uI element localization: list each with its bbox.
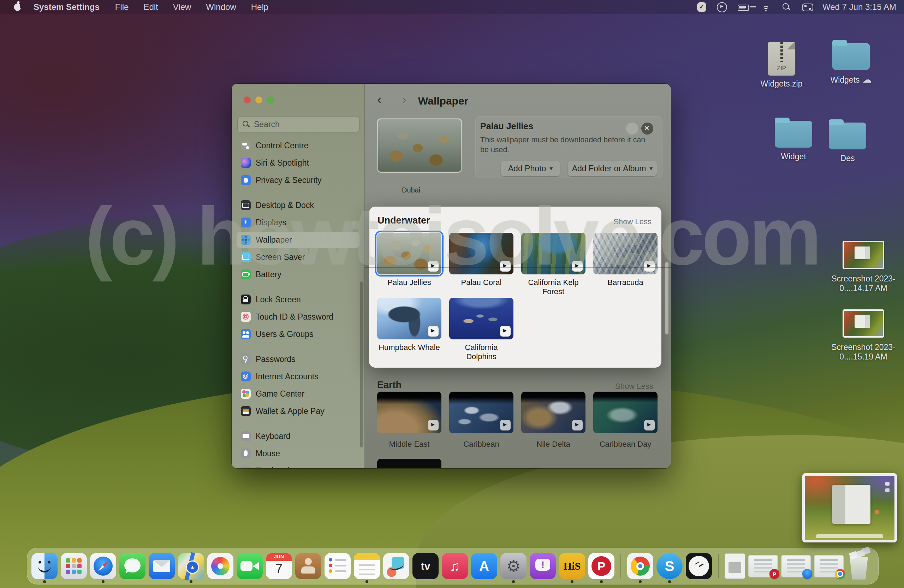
notes-dock-icon[interactable] bbox=[354, 553, 380, 579]
minimize-window-button[interactable] bbox=[255, 96, 262, 103]
apple-menu-icon[interactable] bbox=[14, 3, 21, 11]
desktop-folder-label: Widgets☁ bbox=[821, 74, 881, 85]
wallpaper-thumb-nile-delta[interactable] bbox=[521, 392, 585, 433]
finder-dock-icon[interactable] bbox=[32, 553, 58, 579]
music-dock-icon[interactable] bbox=[442, 553, 468, 579]
minimized-safari-window[interactable] bbox=[781, 555, 811, 577]
desktop-folder-des[interactable]: Des bbox=[821, 123, 874, 163]
mail-dock-icon[interactable] bbox=[149, 553, 175, 579]
minimized-document[interactable] bbox=[725, 553, 745, 579]
desktop-folder-widget[interactable]: Widget bbox=[767, 121, 820, 161]
wallpaper-thumb-humpback-whale[interactable] bbox=[377, 298, 441, 339]
wallpaper-thumb-barracuda[interactable] bbox=[593, 233, 657, 274]
pinterest-dock-icon[interactable]: P bbox=[588, 553, 615, 579]
current-wallpaper-preview[interactable] bbox=[377, 118, 462, 173]
clock-dock-icon[interactable] bbox=[686, 553, 712, 579]
howtoisolve-dock-icon[interactable]: HiS bbox=[559, 553, 585, 579]
menu-app-name[interactable]: System Settings bbox=[33, 2, 100, 12]
wallpaper-thumb-caribbean-day[interactable] bbox=[593, 392, 657, 433]
sidebar-item-desktop-dock[interactable]: Desktop & Dock bbox=[237, 197, 359, 213]
calendar-dock-icon[interactable]: JUN 7 bbox=[266, 553, 292, 579]
sidebar-item-wallpaper[interactable]: Wallpaper bbox=[237, 232, 359, 248]
menu-bar-clock[interactable]: Wed 7 Jun 3:15 AM bbox=[822, 2, 896, 12]
wallpaper-thumb-california-kelp-forest[interactable] bbox=[521, 233, 585, 274]
show-less-link[interactable]: Show Less bbox=[615, 382, 653, 391]
desktop-file-screenshot-1[interactable]: Screenshot 2023-0....14.17 AM bbox=[823, 241, 904, 293]
desktop-folder-widgets[interactable]: Widgets☁ bbox=[821, 43, 881, 85]
folder-icon bbox=[832, 43, 870, 70]
back-button[interactable]: ‹ bbox=[377, 93, 382, 106]
sidebar-item-control-centre[interactable]: Control Centre bbox=[237, 138, 359, 153]
sidebar-item-touch-id[interactable]: Touch ID & Password bbox=[237, 309, 359, 325]
desktop-file-screenshot-2[interactable]: Screenshot 2023-0....15.19 AM bbox=[823, 309, 904, 362]
spotlight-search-icon[interactable] bbox=[781, 2, 791, 12]
maps-dock-icon[interactable] bbox=[178, 553, 204, 579]
close-window-button[interactable] bbox=[243, 96, 251, 103]
sidebar-item-users-groups[interactable]: Users & Groups bbox=[237, 326, 359, 342]
search-input[interactable] bbox=[253, 119, 350, 130]
sidebar-item-internet-accounts[interactable]: Internet Accounts bbox=[237, 368, 359, 384]
content-scrollbar[interactable] bbox=[665, 262, 669, 334]
screen-preview-pip[interactable] bbox=[802, 473, 897, 542]
menu-file[interactable]: File bbox=[115, 2, 129, 12]
sidebar-item-displays[interactable]: Displays bbox=[237, 214, 359, 231]
show-less-link[interactable]: Show Less bbox=[613, 217, 651, 226]
download-icon[interactable] bbox=[626, 123, 638, 134]
sidebar-scrollbar[interactable] bbox=[360, 281, 363, 447]
sidebar-item-mouse[interactable]: Mouse bbox=[237, 445, 359, 462]
control-center-icon[interactable] bbox=[802, 2, 812, 12]
zoom-window-button[interactable] bbox=[267, 96, 274, 103]
forward-button[interactable]: › bbox=[402, 93, 406, 106]
wallpaper-thumb-middle-east[interactable] bbox=[377, 392, 441, 433]
add-photo-button[interactable]: Add Photo bbox=[501, 161, 560, 176]
messages-dock-icon[interactable] bbox=[119, 553, 145, 579]
shield-check-status-icon[interactable] bbox=[697, 2, 706, 12]
desktop-file-widgets-zip[interactable]: ZIP Widgets.zip bbox=[755, 42, 808, 89]
photos-dock-icon[interactable] bbox=[207, 553, 234, 579]
sidebar-item-wallet[interactable]: Wallet & Apple Pay bbox=[237, 403, 359, 419]
facetime-dock-icon[interactable] bbox=[237, 553, 263, 579]
sidebar-item-passwords[interactable]: Passwords bbox=[237, 351, 359, 367]
sidebar-item-label: Wallet & Apple Pay bbox=[256, 406, 324, 416]
freeform-dock-icon[interactable] bbox=[383, 553, 409, 579]
battery-status-icon[interactable] bbox=[738, 2, 751, 12]
sidebar-item-battery[interactable]: Battery bbox=[237, 266, 359, 283]
sidebar-search-field[interactable] bbox=[237, 116, 359, 133]
close-icon[interactable] bbox=[641, 123, 653, 134]
minimized-chrome-window[interactable] bbox=[814, 555, 844, 577]
sidebar-item-lock-screen[interactable]: Lock Screen bbox=[237, 291, 359, 308]
trash-dock-icon[interactable] bbox=[847, 552, 871, 580]
apple-tv-dock-icon[interactable]: tv bbox=[412, 553, 439, 579]
skype-dock-icon[interactable]: S bbox=[656, 553, 683, 579]
reminders-dock-icon[interactable] bbox=[324, 553, 351, 579]
add-folder-button[interactable]: Add Folder or Album bbox=[568, 161, 657, 176]
app-store-dock-icon[interactable]: A bbox=[471, 553, 497, 579]
wallpaper-thumb-partial[interactable] bbox=[377, 459, 441, 468]
sidebar-item-trackpad[interactable]: Trackpad bbox=[237, 463, 359, 468]
launchpad-dock-icon[interactable] bbox=[61, 553, 87, 579]
sidebar-item-screen-saver[interactable]: Screen Saver bbox=[237, 249, 359, 265]
sidebar-item-privacy-security[interactable]: Privacy & Security bbox=[237, 172, 359, 188]
chrome-dock-icon[interactable] bbox=[627, 553, 653, 579]
chrome-badge-icon bbox=[835, 569, 845, 579]
wallpaper-thumb-palau-coral[interactable] bbox=[449, 233, 514, 274]
minimized-pinterest-window[interactable]: P bbox=[748, 555, 778, 577]
play-status-icon[interactable] bbox=[717, 2, 727, 13]
screenshot-thumbnail-icon bbox=[842, 241, 884, 269]
menu-view[interactable]: View bbox=[173, 2, 191, 12]
menu-window[interactable]: Window bbox=[206, 2, 236, 12]
wifi-icon[interactable] bbox=[761, 2, 771, 12]
system-settings-dock-icon[interactable] bbox=[500, 553, 526, 579]
sidebar-item-keyboard[interactable]: Keyboard bbox=[237, 428, 359, 444]
exclamation-chat-app-dock-icon[interactable] bbox=[530, 553, 556, 579]
safari-dock-icon[interactable] bbox=[90, 553, 116, 579]
menu-help[interactable]: Help bbox=[251, 2, 269, 12]
sidebar-item-game-center[interactable]: Game Center bbox=[237, 386, 359, 402]
menu-edit[interactable]: Edit bbox=[143, 2, 158, 12]
sidebar-item-siri-spotlight[interactable]: Siri & Spotlight bbox=[237, 155, 359, 171]
contacts-dock-icon[interactable] bbox=[295, 553, 321, 579]
divider bbox=[365, 267, 671, 268]
wallpaper-thumb-california-dolphins[interactable] bbox=[449, 298, 514, 339]
wallpaper-thumb-palau-jellies[interactable] bbox=[377, 233, 441, 274]
wallpaper-thumb-caribbean[interactable] bbox=[449, 392, 514, 433]
